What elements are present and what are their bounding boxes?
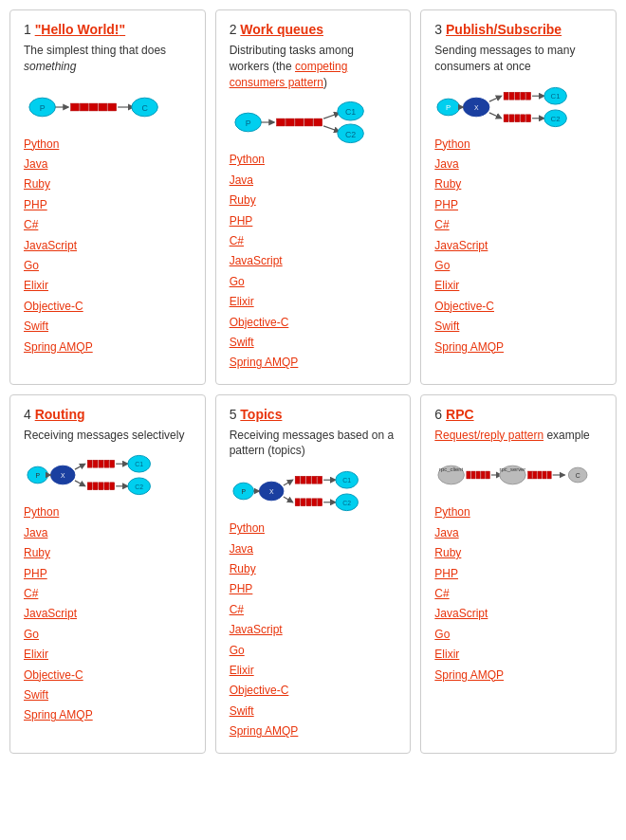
lang-link-objective-c[interactable]: Objective-C (24, 297, 192, 316)
lang-link-elixir[interactable]: Elixir (434, 276, 602, 295)
card-description: Distributing tasks among workers (the co… (230, 43, 397, 90)
lang-link-elixir[interactable]: Elixir (434, 645, 602, 664)
svg-rect-18 (295, 119, 304, 126)
svg-text:P: P (35, 472, 40, 479)
lang-link-php[interactable]: PHP (24, 564, 192, 583)
lang-link-elixir[interactable]: Elixir (230, 661, 397, 680)
lang-link-spring-amqp[interactable]: Spring AMQP (434, 338, 602, 356)
lang-link-ruby[interactable]: Ruby (230, 559, 397, 578)
lang-link-ruby[interactable]: Ruby (434, 543, 602, 562)
lang-link-objective-c[interactable]: Objective-C (230, 681, 397, 700)
tutorial-card-4: 4 RoutingReceiving messages selectivelyP… (9, 394, 206, 754)
svg-rect-84 (301, 477, 305, 484)
lang-link-python[interactable]: Python (434, 135, 602, 154)
lang-link-javascript[interactable]: JavaScript (24, 604, 192, 623)
lang-link-python[interactable]: Python (230, 150, 397, 169)
lang-link-java[interactable]: Java (24, 523, 192, 542)
language-links: PythonJavaRubyPHPC#JavaScriptGoElixirObj… (230, 150, 397, 372)
lang-link-spring-amqp[interactable]: Spring AMQP (230, 353, 397, 372)
lang-link-javascript[interactable]: JavaScript (24, 236, 192, 255)
lang-link-ruby[interactable]: Ruby (230, 191, 397, 210)
lang-link-c#[interactable]: C# (230, 600, 397, 619)
card-title-link[interactable]: Publish/Subscribe (446, 22, 562, 37)
lang-link-swift[interactable]: Swift (24, 317, 192, 336)
card-title-link[interactable]: Hello World! (35, 22, 125, 37)
svg-text:P: P (245, 119, 250, 128)
lang-link-c#[interactable]: C# (24, 584, 192, 603)
card-number: 6 (434, 407, 446, 422)
card-title-link[interactable]: Routing (35, 407, 85, 422)
lang-link-spring-amqp[interactable]: Spring AMQP (230, 721, 397, 740)
lang-link-java[interactable]: Java (24, 155, 192, 173)
svg-rect-19 (304, 119, 313, 126)
lang-link-objective-c[interactable]: Objective-C (434, 297, 602, 316)
lang-link-ruby[interactable]: Ruby (24, 543, 192, 562)
svg-text:C2: C2 (135, 484, 143, 490)
lang-link-swift[interactable]: Swift (230, 333, 397, 352)
lang-link-php[interactable]: PHP (230, 211, 397, 230)
lang-link-go[interactable]: Go (230, 272, 397, 291)
lang-link-elixir[interactable]: Elixir (24, 276, 192, 295)
card-title-link[interactable]: Topics (240, 407, 282, 422)
lang-link-go[interactable]: Go (434, 256, 602, 275)
lang-link-python[interactable]: Python (434, 502, 602, 521)
card-title-2: 2 Work queues (230, 22, 397, 37)
svg-rect-7 (99, 103, 107, 111)
lang-link-java[interactable]: Java (230, 539, 397, 558)
lang-link-python[interactable]: Python (230, 519, 397, 538)
lang-link-c#[interactable]: C# (24, 215, 192, 234)
lang-link-java[interactable]: Java (230, 171, 397, 190)
tutorial-card-2: 2 Work queuesDistributing tasks among wo… (215, 9, 412, 385)
lang-link-c#[interactable]: C# (434, 584, 602, 603)
card-title-5: 5 Topics (230, 407, 397, 422)
lang-link-javascript[interactable]: JavaScript (434, 604, 602, 623)
lang-link-ruby[interactable]: Ruby (434, 174, 602, 193)
card-number: 5 (230, 407, 241, 422)
tutorial-card-6: 6 RPCRequest/reply pattern examplerpc_cl… (420, 394, 617, 754)
lang-link-c#[interactable]: C# (230, 231, 397, 250)
lang-link-elixir[interactable]: Elixir (24, 645, 192, 664)
card-title-link[interactable]: RPC (446, 407, 474, 422)
svg-rect-62 (104, 461, 109, 468)
lang-link-php[interactable]: PHP (434, 195, 602, 214)
lang-link-go[interactable]: Go (24, 625, 192, 644)
lang-link-swift[interactable]: Swift (230, 702, 397, 721)
svg-rect-112 (538, 472, 542, 480)
lang-link-objective-c[interactable]: Objective-C (230, 313, 397, 332)
lang-link-go[interactable]: Go (230, 641, 397, 660)
lang-link-elixir[interactable]: Elixir (230, 292, 397, 311)
lang-link-python[interactable]: Python (24, 135, 192, 154)
lang-link-c#[interactable]: C# (434, 215, 602, 234)
lang-link-javascript[interactable]: JavaScript (434, 236, 602, 255)
card-title-link[interactable]: Work queues (240, 22, 323, 37)
svg-text:C1: C1 (135, 462, 143, 468)
lang-link-spring-amqp[interactable]: Spring AMQP (24, 705, 192, 724)
lang-link-swift[interactable]: Swift (24, 685, 192, 704)
lang-link-go[interactable]: Go (434, 625, 602, 644)
lang-link-spring-amqp[interactable]: Spring AMQP (434, 666, 602, 685)
lang-link-php[interactable]: PHP (230, 579, 397, 598)
svg-rect-87 (317, 477, 322, 484)
svg-rect-104 (476, 472, 480, 480)
lang-link-go[interactable]: Go (24, 256, 192, 275)
lang-link-php[interactable]: PHP (24, 195, 192, 214)
lang-link-java[interactable]: Java (434, 155, 602, 173)
lang-link-ruby[interactable]: Ruby (24, 174, 192, 193)
svg-rect-113 (543, 472, 546, 480)
svg-rect-5 (80, 103, 88, 111)
card-number: 1 (24, 22, 35, 37)
lang-link-spring-amqp[interactable]: Spring AMQP (24, 338, 192, 356)
lang-link-python[interactable]: Python (24, 502, 192, 521)
lang-link-objective-c[interactable]: Objective-C (24, 666, 192, 685)
card-description: The simplest thing that does something (24, 43, 192, 75)
lang-link-javascript[interactable]: JavaScript (230, 251, 397, 270)
svg-rect-92 (317, 499, 322, 506)
diagram-work-queues: PC1C2 (230, 98, 397, 147)
lang-link-swift[interactable]: Swift (434, 317, 602, 336)
lang-link-javascript[interactable]: JavaScript (230, 620, 397, 639)
language-links: PythonJavaRubyPHPC#JavaScriptGoElixirObj… (434, 135, 602, 356)
svg-rect-64 (87, 483, 92, 490)
lang-link-java[interactable]: Java (434, 523, 602, 542)
svg-rect-4 (71, 103, 80, 111)
lang-link-php[interactable]: PHP (434, 564, 602, 583)
